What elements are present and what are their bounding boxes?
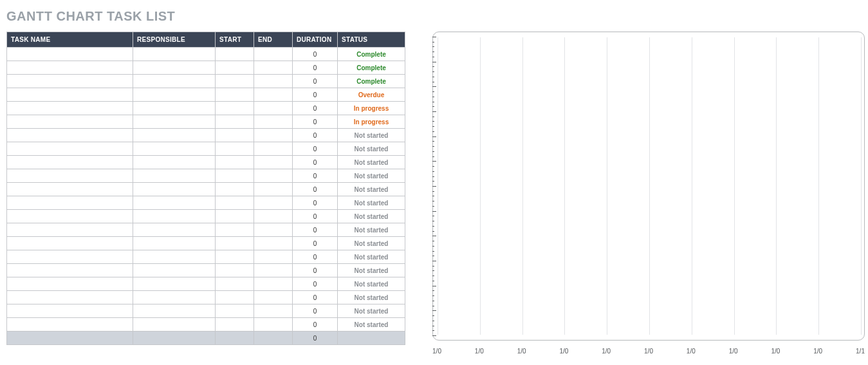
cell-status[interactable]: Not started (338, 304, 405, 318)
cell-status[interactable]: Not started (338, 291, 405, 304)
cell-task[interactable] (7, 304, 133, 318)
cell-status[interactable]: Not started (338, 156, 405, 169)
cell-end[interactable] (254, 48, 293, 61)
cell-status[interactable]: Not started (338, 277, 405, 291)
cell-start[interactable] (216, 142, 254, 156)
cell-end[interactable] (254, 277, 293, 291)
cell-status[interactable]: Complete (338, 48, 405, 61)
cell-status[interactable]: Not started (338, 237, 405, 250)
cell-task[interactable] (7, 277, 133, 291)
cell-end[interactable] (254, 291, 293, 304)
cell-end[interactable] (254, 75, 293, 88)
cell-task[interactable] (7, 61, 133, 75)
footer-start[interactable] (216, 332, 254, 345)
cell-responsible[interactable] (133, 250, 216, 264)
cell-end[interactable] (254, 142, 293, 156)
cell-task[interactable] (7, 129, 133, 142)
cell-status[interactable]: Complete (338, 61, 405, 75)
cell-end[interactable] (254, 250, 293, 264)
cell-start[interactable] (216, 196, 254, 210)
cell-responsible[interactable] (133, 304, 216, 318)
cell-task[interactable] (7, 88, 133, 102)
cell-responsible[interactable] (133, 75, 216, 88)
cell-start[interactable] (216, 223, 254, 237)
cell-responsible[interactable] (133, 196, 216, 210)
cell-responsible[interactable] (133, 277, 216, 291)
footer-end[interactable] (254, 332, 293, 345)
cell-responsible[interactable] (133, 142, 216, 156)
cell-responsible[interactable] (133, 183, 216, 196)
cell-end[interactable] (254, 237, 293, 250)
cell-start[interactable] (216, 169, 254, 183)
cell-start[interactable] (216, 75, 254, 88)
cell-responsible[interactable] (133, 169, 216, 183)
cell-responsible[interactable] (133, 61, 216, 75)
cell-task[interactable] (7, 291, 133, 304)
cell-end[interactable] (254, 115, 293, 129)
cell-start[interactable] (216, 304, 254, 318)
cell-task[interactable] (7, 142, 133, 156)
cell-responsible[interactable] (133, 318, 216, 332)
cell-status[interactable]: Not started (338, 196, 405, 210)
cell-task[interactable] (7, 237, 133, 250)
cell-start[interactable] (216, 48, 254, 61)
cell-responsible[interactable] (133, 210, 216, 223)
cell-responsible[interactable] (133, 88, 216, 102)
cell-responsible[interactable] (133, 291, 216, 304)
cell-end[interactable] (254, 304, 293, 318)
cell-task[interactable] (7, 318, 133, 332)
cell-responsible[interactable] (133, 264, 216, 277)
cell-status[interactable]: Not started (338, 223, 405, 237)
cell-task[interactable] (7, 250, 133, 264)
cell-start[interactable] (216, 250, 254, 264)
cell-start[interactable] (216, 88, 254, 102)
cell-status[interactable]: Not started (338, 183, 405, 196)
cell-status[interactable]: In progress (338, 102, 405, 115)
cell-end[interactable] (254, 264, 293, 277)
cell-task[interactable] (7, 48, 133, 61)
cell-task[interactable] (7, 156, 133, 169)
cell-end[interactable] (254, 196, 293, 210)
cell-start[interactable] (216, 183, 254, 196)
cell-responsible[interactable] (133, 48, 216, 61)
cell-end[interactable] (254, 223, 293, 237)
cell-end[interactable] (254, 61, 293, 75)
footer-task[interactable] (7, 332, 133, 345)
cell-task[interactable] (7, 223, 133, 237)
cell-task[interactable] (7, 169, 133, 183)
cell-task[interactable] (7, 115, 133, 129)
cell-responsible[interactable] (133, 223, 216, 237)
cell-responsible[interactable] (133, 115, 216, 129)
cell-start[interactable] (216, 264, 254, 277)
cell-end[interactable] (254, 88, 293, 102)
cell-end[interactable] (254, 169, 293, 183)
cell-responsible[interactable] (133, 237, 216, 250)
cell-start[interactable] (216, 277, 254, 291)
cell-start[interactable] (216, 102, 254, 115)
cell-end[interactable] (254, 156, 293, 169)
cell-start[interactable] (216, 115, 254, 129)
cell-status[interactable]: Not started (338, 264, 405, 277)
cell-status[interactable]: Not started (338, 210, 405, 223)
cell-task[interactable] (7, 183, 133, 196)
cell-task[interactable] (7, 264, 133, 277)
cell-status[interactable]: Not started (338, 129, 405, 142)
cell-task[interactable] (7, 75, 133, 88)
cell-status[interactable]: Not started (338, 142, 405, 156)
cell-start[interactable] (216, 61, 254, 75)
footer-status[interactable] (338, 332, 405, 345)
cell-status[interactable]: Overdue (338, 88, 405, 102)
cell-start[interactable] (216, 318, 254, 332)
cell-end[interactable] (254, 102, 293, 115)
cell-status[interactable]: Not started (338, 169, 405, 183)
cell-end[interactable] (254, 129, 293, 142)
cell-responsible[interactable] (133, 129, 216, 142)
cell-responsible[interactable] (133, 102, 216, 115)
cell-end[interactable] (254, 210, 293, 223)
cell-responsible[interactable] (133, 156, 216, 169)
cell-start[interactable] (216, 129, 254, 142)
cell-start[interactable] (216, 210, 254, 223)
cell-status[interactable]: In progress (338, 115, 405, 129)
cell-task[interactable] (7, 210, 133, 223)
cell-status[interactable]: Not started (338, 318, 405, 332)
